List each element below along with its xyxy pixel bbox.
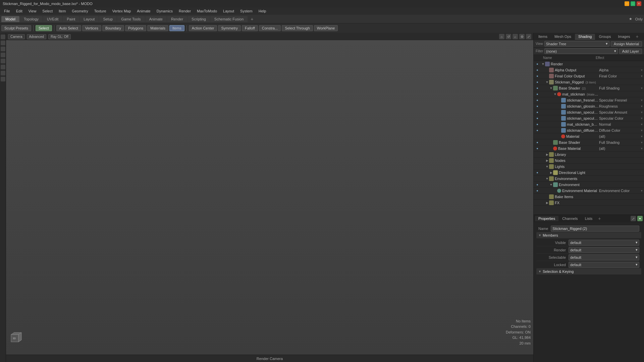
tab-paint[interactable]: Paint — [63, 16, 79, 22]
maximize-button[interactable]: □ — [631, 1, 635, 6]
expand-icon[interactable] — [545, 68, 549, 72]
menu-item-file[interactable]: File — [1, 8, 13, 14]
auto-select-button[interactable]: Auto Select — [56, 25, 81, 31]
visibility-icon[interactable]: ● — [535, 104, 540, 109]
select-button[interactable]: Select — [36, 25, 52, 31]
tab-animate[interactable]: Animate — [145, 16, 167, 22]
tool-icon-5[interactable] — [1, 59, 5, 63]
shader-tree-item[interactable]: ●stickman_specular (Image)Specular Color… — [534, 115, 644, 121]
menu-item-dynamics[interactable]: Dynamics — [154, 8, 175, 14]
shader-tree-item[interactable]: ●Environment MaterialEnvironment Color▾ — [534, 188, 644, 194]
expand-icon[interactable]: ▼ — [553, 92, 557, 96]
visibility-icon[interactable]: ● — [535, 98, 540, 103]
shader-tree-item[interactable]: ●Bake Items — [534, 194, 644, 200]
vertices-button[interactable]: Vertices — [82, 25, 101, 31]
expand-icon[interactable] — [557, 128, 561, 132]
add-tab-button[interactable]: + — [248, 15, 256, 23]
shader-tree-item[interactable]: ●stickman_glossiness (Image)Roughness▾ — [534, 103, 644, 109]
tool-icon-7[interactable] — [1, 71, 5, 75]
tab-properties[interactable]: Properties — [535, 216, 558, 221]
visibility-icon[interactable]: ● — [535, 140, 540, 145]
visibility-icon[interactable]: ● — [535, 122, 540, 127]
camera-button[interactable]: Camera — [8, 34, 25, 39]
visibility-icon[interactable]: ● — [535, 86, 540, 90]
visibility-icon[interactable]: ● — [535, 170, 540, 175]
minimize-button[interactable]: ─ — [625, 1, 629, 6]
assign-material-button[interactable]: Assign Material — [611, 41, 642, 47]
symmetry-button[interactable]: Symmetry — [218, 25, 241, 31]
visibility-icon[interactable]: ● — [535, 182, 540, 187]
falloff-button[interactable]: Falloff — [242, 25, 258, 31]
expand-icon[interactable] — [557, 134, 561, 138]
tab-layout[interactable]: Layout — [79, 16, 99, 22]
shader-tree-item[interactable]: ●Material(all)▾ — [534, 133, 644, 139]
name-value[interactable]: Stickman_Rigged (2) — [551, 226, 639, 232]
menu-item-edit[interactable]: Edit — [13, 8, 25, 14]
shader-tree-item[interactable]: ●▼Stickman_Rigged (3 Item) — [534, 79, 644, 85]
vp-expand-icon[interactable]: ⤢ — [526, 34, 531, 39]
expand-icon[interactable]: ▶ — [545, 159, 549, 163]
vp-rotate-icon[interactable]: ↺ — [506, 34, 511, 39]
visibility-icon[interactable]: ● — [535, 74, 540, 78]
expand-icon[interactable]: ▶ — [545, 201, 549, 205]
shader-tree-item[interactable]: ●▼Environments — [534, 176, 644, 182]
shader-tree-item[interactable]: ●▼Base Shader (2)Full Shading▾ — [534, 85, 644, 91]
sculpt-presets-button[interactable]: Sculpt Presets — [1, 25, 31, 31]
viewport[interactable]: Camera Advanced Ray GL: Off ⌂ ↺ ⌕ ⚙ ⤢ — [6, 33, 533, 362]
tab-mesh-ops[interactable]: Mesh Ops — [551, 34, 575, 39]
expand-icon[interactable] — [553, 189, 557, 193]
tab-schematic-fusion[interactable]: Schematic Fusion — [210, 16, 248, 22]
tool-icon-1[interactable] — [1, 35, 5, 39]
tool-icon-6[interactable] — [1, 65, 5, 69]
expand-icon[interactable]: ▼ — [545, 177, 549, 181]
tab-model[interactable]: Model — [1, 16, 19, 22]
shader-tree-item[interactable]: ●▼Lights — [534, 164, 644, 170]
tab-shading[interactable]: Shading — [575, 34, 595, 40]
visibility-icon[interactable]: ● — [535, 188, 540, 193]
polygons-button[interactable]: Polygons — [125, 25, 146, 31]
vp-settings-icon[interactable]: ⚙ — [519, 34, 525, 39]
tool-icon-3[interactable] — [1, 47, 5, 51]
expand-icon[interactable] — [549, 140, 553, 144]
items-button[interactable]: Items — [169, 25, 184, 31]
menu-item-maxtomodo[interactable]: MaxToModo — [194, 8, 220, 14]
visibility-icon[interactable]: ● — [535, 146, 540, 151]
expand-icon[interactable] — [549, 146, 553, 150]
tab-images[interactable]: Images — [615, 34, 634, 39]
bp-record-icon[interactable]: ● — [637, 216, 643, 221]
shader-tree-item[interactable]: ●▶FX — [534, 200, 644, 206]
expand-icon[interactable]: ▼ — [549, 183, 553, 187]
tab-groups[interactable]: Groups — [595, 34, 614, 39]
menu-item-item[interactable]: Item — [56, 8, 68, 14]
tool-icon-2[interactable] — [1, 41, 5, 45]
tab-lists[interactable]: Lists — [582, 216, 596, 221]
visibility-icon[interactable]: ● — [535, 92, 540, 97]
select-through-button[interactable]: Select Through — [282, 25, 313, 31]
shader-tree-item[interactable]: ●▶Nodes — [534, 158, 644, 164]
visibility-icon[interactable]: ● — [535, 68, 540, 72]
selectable-value[interactable]: default ▾ — [569, 254, 639, 260]
expand-icon[interactable]: ▶ — [549, 171, 553, 175]
shader-tree-item[interactable]: ●stickman_specular (Image) (2)Specular A… — [534, 109, 644, 115]
expand-icon[interactable] — [557, 116, 561, 120]
filter-dropdown[interactable]: (none) ▾ — [544, 48, 618, 54]
visibility-icon[interactable]: ● — [535, 128, 540, 133]
shader-tree-item[interactable]: ●Alpha OutputAlpha▾ — [534, 67, 644, 73]
shader-tree-item[interactable]: ●stickman_fresnel (Image)Specular Fresne… — [534, 97, 644, 103]
materials-button[interactable]: Materials — [147, 25, 168, 31]
expand-icon[interactable]: ▶ — [545, 153, 549, 157]
advanced-button[interactable]: Advanced — [27, 34, 46, 39]
expand-icon[interactable]: ▼ — [545, 165, 549, 169]
expand-icon[interactable]: ▼ — [541, 62, 545, 66]
tab-items[interactable]: Items — [535, 34, 551, 39]
vp-search-icon[interactable]: ⌕ — [513, 34, 518, 39]
expand-icon[interactable] — [557, 110, 561, 114]
shader-tree-item[interactable]: ●Base ShaderFull Shading▾ — [534, 139, 644, 145]
selection-keying-header[interactable]: ▼ Selection & Keying — [536, 268, 641, 275]
add-rp-tab-button[interactable]: + — [634, 33, 641, 40]
add-layer-button[interactable]: Add Layer — [619, 49, 642, 54]
shader-tree-item[interactable]: ●▼Environment — [534, 182, 644, 188]
shader-tree-item[interactable]: ●▼Render — [534, 61, 644, 67]
menu-item-layout[interactable]: Layout — [220, 8, 237, 14]
tab-setup[interactable]: Setup — [99, 16, 117, 22]
